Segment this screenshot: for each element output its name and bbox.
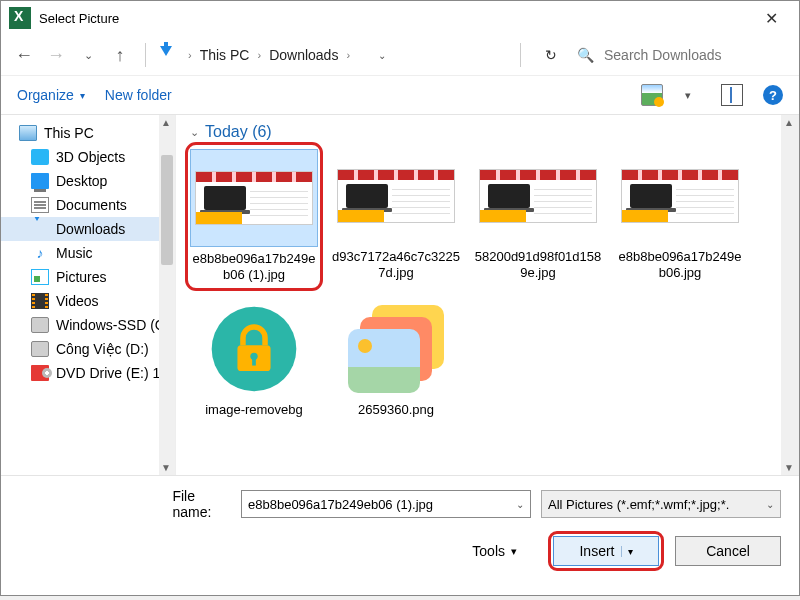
- close-button[interactable]: ✕: [751, 9, 791, 28]
- filename-label: File name:: [172, 488, 231, 520]
- bottom-bar: File name: e8b8be096a17b249eb06 (1).jpg …: [1, 475, 799, 582]
- organize-label: Organize: [17, 87, 74, 103]
- file-grid: e8b8be096a17b249eb06 (1).jpg d93c7172a46…: [190, 147, 750, 418]
- cube-icon: [31, 149, 49, 165]
- file-name: 2659360.png: [358, 402, 434, 418]
- breadcrumb[interactable]: › This PC › Downloads › ⌄: [188, 47, 506, 63]
- image-thumbnail: [337, 169, 455, 223]
- new-folder-label: New folder: [105, 87, 172, 103]
- document-icon: [31, 197, 49, 213]
- image-thumbnail: [195, 171, 313, 225]
- folder-tree[interactable]: This PC 3D Objects Desktop Documents Dow…: [1, 115, 176, 475]
- new-folder-button[interactable]: New folder: [105, 87, 172, 103]
- preview-pane-button[interactable]: [721, 84, 743, 106]
- music-icon: ♪: [31, 245, 49, 261]
- file-name: e8b8be096a17b249eb06.jpg: [616, 249, 744, 282]
- file-item[interactable]: e8b8be096a17b249eb06 (1).jpg: [190, 147, 318, 286]
- file-item[interactable]: 58200d91d98f01d1589e.jpg: [474, 147, 602, 286]
- split-chevron-icon[interactable]: ▾: [621, 546, 633, 557]
- chevron-down-icon: ▾: [511, 545, 517, 558]
- chevron-down-icon: ▾: [80, 90, 85, 101]
- organize-menu[interactable]: Organize ▾: [17, 87, 85, 103]
- breadcrumb-this-pc[interactable]: This PC: [200, 47, 250, 63]
- toolbar: Organize ▾ New folder ▾ ?: [1, 75, 799, 115]
- files-pane[interactable]: ⌄ Today (6) e8b8be096a17b249eb06 (1).jpg…: [176, 115, 799, 475]
- image-thumbnail: [199, 301, 309, 397]
- help-button[interactable]: ?: [763, 85, 783, 105]
- tree-item-3d-objects[interactable]: 3D Objects: [1, 145, 175, 169]
- select-picture-dialog: Select Picture ✕ ← → ⌄ ↑ › This PC › Dow…: [0, 0, 800, 596]
- nav-forward-button[interactable]: →: [45, 44, 67, 66]
- chevron-down-icon: ⌄: [190, 126, 199, 139]
- recent-locations-chevron[interactable]: ⌄: [77, 44, 99, 66]
- tree-item-cong-viec-d[interactable]: Công Việc (D:): [1, 337, 175, 361]
- pane-scrollbar[interactable]: [781, 115, 799, 475]
- tree-item-desktop[interactable]: Desktop: [1, 169, 175, 193]
- cancel-button[interactable]: Cancel: [675, 536, 781, 566]
- hdd-icon: [31, 317, 49, 333]
- tree-scrollbar[interactable]: [159, 115, 175, 475]
- insert-button-highlight: Insert ▾: [551, 534, 661, 568]
- group-header-today[interactable]: ⌄ Today (6): [190, 123, 789, 141]
- dialog-body: This PC 3D Objects Desktop Documents Dow…: [1, 115, 799, 475]
- window-title: Select Picture: [39, 11, 119, 26]
- filename-input[interactable]: e8b8be096a17b249eb06 (1).jpg ⌄: [241, 490, 531, 518]
- file-name: 58200d91d98f01d1589e.jpg: [474, 249, 602, 282]
- video-icon: [31, 293, 49, 309]
- refresh-button[interactable]: ↻: [545, 47, 557, 63]
- pictures-icon: [31, 269, 49, 285]
- insert-button[interactable]: Insert ▾: [553, 536, 659, 566]
- download-icon: [31, 221, 49, 237]
- image-thumbnail: [348, 305, 444, 393]
- file-item[interactable]: e8b8be096a17b249eb06.jpg: [616, 147, 744, 286]
- tree-item-dvd-drive[interactable]: DVD Drive (E:) 1: [1, 361, 175, 385]
- image-thumbnail: [621, 169, 739, 223]
- title-bar: Select Picture ✕: [1, 1, 799, 35]
- chevron-down-icon[interactable]: ▾: [685, 89, 691, 102]
- breadcrumb-downloads[interactable]: Downloads: [269, 47, 338, 63]
- tree-item-pictures[interactable]: Pictures: [1, 265, 175, 289]
- tree-item-videos[interactable]: Videos: [1, 289, 175, 313]
- tree-item-documents[interactable]: Documents: [1, 193, 175, 217]
- search-icon: 🔍: [577, 47, 594, 63]
- downloads-location-icon: [160, 46, 178, 64]
- pc-icon: [19, 125, 37, 141]
- tools-menu[interactable]: Tools ▾: [472, 543, 517, 559]
- tree-item-downloads[interactable]: Downloads: [1, 217, 175, 241]
- desktop-icon: [31, 173, 49, 189]
- nav-back-button[interactable]: ←: [13, 44, 35, 66]
- file-item[interactable]: image-removebg: [190, 300, 318, 418]
- file-name: d93c7172a46c7c32257d.jpg: [332, 249, 460, 282]
- file-name: e8b8be096a17b249eb06 (1).jpg: [192, 251, 316, 284]
- search-box[interactable]: 🔍: [577, 46, 787, 64]
- tree-item-this-pc[interactable]: This PC: [1, 121, 175, 145]
- nav-row: ← → ⌄ ↑ › This PC › Downloads › ⌄ ↻ 🔍: [1, 35, 799, 75]
- file-name: image-removebg: [205, 402, 303, 418]
- dvd-icon: [31, 365, 49, 381]
- tree-item-music[interactable]: ♪Music: [1, 241, 175, 265]
- chevron-down-icon[interactable]: ⌄: [766, 499, 774, 510]
- breadcrumb-dropdown-icon[interactable]: ⌄: [378, 50, 386, 61]
- search-input[interactable]: [602, 46, 772, 64]
- tree-item-windows-ssd[interactable]: Windows-SSD (C: [1, 313, 175, 337]
- view-mode-button[interactable]: [641, 84, 663, 106]
- file-item[interactable]: 2659360.png: [332, 300, 460, 418]
- svg-rect-3: [252, 356, 256, 365]
- nav-up-button[interactable]: ↑: [109, 44, 131, 66]
- excel-app-icon: [9, 7, 31, 29]
- file-type-filter[interactable]: All Pictures (*.emf;*.wmf;*.jpg;*. ⌄: [541, 490, 781, 518]
- file-item[interactable]: d93c7172a46c7c32257d.jpg: [332, 147, 460, 286]
- image-thumbnail: [479, 169, 597, 223]
- chevron-down-icon[interactable]: ⌄: [516, 499, 524, 510]
- hdd-icon: [31, 341, 49, 357]
